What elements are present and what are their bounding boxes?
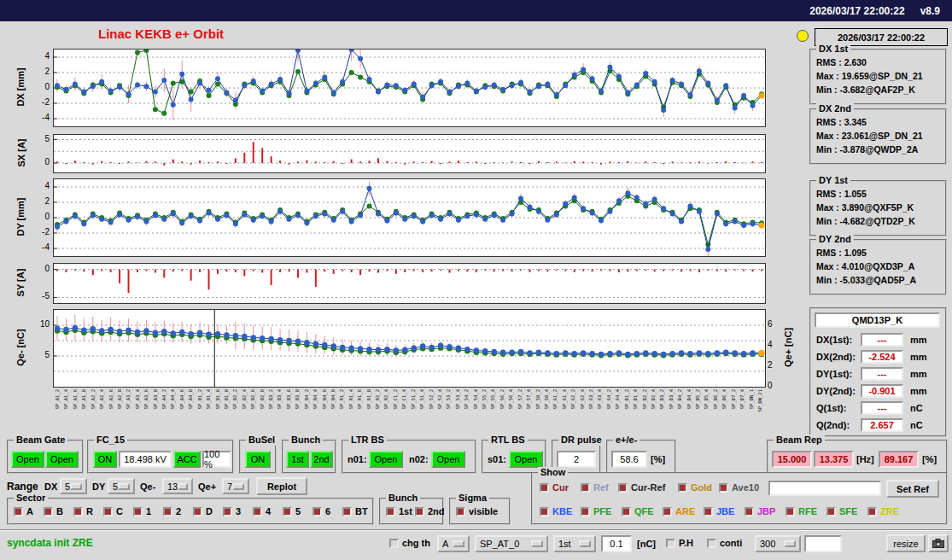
interval-dropdown[interactable]: 300	[755, 535, 801, 552]
bunch-select-group: Bunch 1st2nd	[379, 498, 444, 525]
stats-line: Min : -5.033@QAD5P_A	[816, 275, 916, 285]
show-checkbox-gold[interactable]: Gold	[678, 482, 712, 493]
sector-checkbox-c-indicator	[103, 507, 113, 516]
statusbar-entry[interactable]	[804, 535, 842, 552]
beam-gate-open2-button[interactable]: Open	[45, 451, 79, 468]
sector-checkbox-bt-indicator	[342, 507, 352, 516]
bunch-checkbox-2nd[interactable]: 2nd	[415, 506, 445, 516]
ltr-n02-open-button[interactable]: Open	[431, 451, 465, 468]
beam-gate-label: Beam Gate	[14, 435, 67, 446]
fc15-percent-value: 100 %	[202, 451, 231, 468]
threshold-field[interactable]: 0.1	[601, 535, 632, 552]
show-checkbox-ref[interactable]: Ref	[581, 482, 609, 493]
y-tick-label-right: 6	[768, 319, 773, 329]
conti-checkbox[interactable]: conti	[707, 538, 742, 548]
show-checkbox-cur-ref[interactable]: Cur-Ref	[618, 482, 665, 493]
y-tick-label: 0	[29, 212, 50, 221]
bunch-checkbox-2nd-indicator	[415, 507, 424, 516]
bpm-label: SP_DN_21	[757, 389, 762, 412]
bpm-detail-row-value: -2.524	[861, 350, 903, 364]
bpm-label: SP_B4_6	[322, 389, 327, 409]
beam-gate-open1-button[interactable]: Open	[11, 451, 44, 468]
chg-th-label: chg th	[402, 538, 430, 548]
option-a-dropdown[interactable]: A	[437, 535, 470, 552]
sector-checkbox-c[interactable]: C	[103, 506, 123, 516]
ph-checkbox[interactable]: P.H	[666, 538, 693, 548]
ltr-n01-open-button[interactable]: Open	[369, 451, 403, 468]
sp-at-dropdown[interactable]: SP_AT_0	[475, 535, 548, 552]
fc15-acc-button[interactable]: ACC	[173, 451, 201, 468]
ltr-n01-label: n01:	[348, 454, 367, 464]
bpm-label: SP_A2_6	[108, 389, 114, 409]
y-tick-label: 0	[29, 157, 50, 166]
show-checkbox-qfe[interactable]: QFE	[622, 506, 654, 516]
bpm-detail-row-label: DY(2nd):	[816, 386, 856, 396]
bpm-label: SP_R2_4	[383, 389, 388, 409]
rtl-s01-open-button[interactable]: Open	[509, 451, 543, 468]
bpm-label: SP_C1_2	[393, 389, 398, 409]
sector-checkbox-r[interactable]: R	[73, 506, 93, 516]
bpm-detail-name: QMD13P_K	[815, 312, 940, 328]
bunch-1st-button[interactable]: 1st	[286, 451, 309, 468]
axis-label-q-right: Qe+ [nC]	[780, 309, 797, 386]
beam-rep-label: Beam Rep	[774, 435, 825, 446]
busel-on-button[interactable]: ON	[245, 451, 271, 468]
sector-checkbox-4[interactable]: 4	[253, 506, 271, 516]
axis-label-dx: DX [mm]	[12, 49, 29, 125]
y-tick-label: -5	[29, 291, 50, 300]
replot-button[interactable]: Replot	[256, 477, 307, 495]
chg-th-checkbox[interactable]: chg th	[389, 538, 430, 548]
sector-checkbox-5-indicator	[283, 507, 292, 516]
fc15-on-button[interactable]: ON	[93, 451, 117, 468]
range-dx-dropdown[interactable]: 5	[60, 478, 87, 494]
resize-button[interactable]: resize	[886, 534, 926, 552]
sector-checkbox-3[interactable]: 3	[223, 506, 241, 516]
sector-checkbox-b[interactable]: B	[44, 506, 63, 516]
range-qem-dropdown[interactable]: 13	[162, 478, 193, 494]
set-ref-entry[interactable]	[768, 481, 881, 496]
stats-line: RMS : 2.630	[816, 57, 867, 67]
sector-checkbox-bt[interactable]: BT	[342, 506, 368, 516]
bpm-detail-row-label: Q(1st):	[816, 403, 846, 413]
y-tick-label: 5	[29, 350, 50, 359]
show-checkbox-rfe[interactable]: RFE	[786, 506, 817, 516]
sector-checkbox-6[interactable]: 6	[312, 506, 330, 516]
set-ref-button[interactable]: Set Ref	[886, 480, 939, 498]
bunch-1st-dropdown[interactable]: 1st	[553, 535, 596, 552]
sector-checkbox-2[interactable]: 2	[163, 506, 181, 516]
bpm-label: SP_58_4	[544, 389, 549, 409]
show-checkbox-jbp[interactable]: JBP	[745, 506, 775, 516]
show-checkbox-gold-label: Gold	[691, 482, 712, 493]
show-checkbox-sfe-indicator	[826, 507, 836, 516]
ph-label: P.H	[679, 538, 693, 548]
sector-checkbox-1[interactable]: 1	[133, 506, 151, 516]
sector-checkbox-d[interactable]: D	[193, 506, 213, 516]
stats-dx-1st: DX 1stRMS : 2.630Max : 19.659@SP_DN_21Mi…	[809, 49, 947, 105]
range-dy-dropdown[interactable]: 5	[108, 478, 135, 494]
sector-checkbox-a[interactable]: A	[14, 506, 33, 516]
show-checkbox-kbe[interactable]: KBE	[540, 506, 572, 516]
sector-checkbox-5[interactable]: 5	[283, 506, 301, 516]
bunch-2nd-button[interactable]: 2nd	[310, 451, 333, 468]
ltr-n02-label: n02:	[409, 454, 429, 464]
dr-pulse-value: 2	[557, 451, 596, 468]
range-qep-dropdown[interactable]: 7	[222, 478, 249, 494]
sigma-checkbox-visible[interactable]: visible	[456, 506, 498, 516]
show-checkbox-pfe[interactable]: PFE	[581, 506, 611, 516]
show-checkbox-sfe[interactable]: SFE	[826, 506, 857, 516]
show-checkbox-jbe[interactable]: JBE	[704, 506, 734, 516]
bpm-detail-row-value: ---	[861, 333, 903, 347]
screenshot-button[interactable]	[928, 534, 949, 552]
y-tick-label: 2	[29, 67, 50, 76]
show-checkbox-cur[interactable]: Cur	[540, 482, 569, 493]
show-checkbox-are[interactable]: ARE	[663, 506, 695, 516]
show-checkbox-zre[interactable]: ZRE	[867, 506, 899, 516]
stats-line: Max : 3.890@QXF5P_K	[816, 202, 914, 213]
y-tick-label: -2	[29, 97, 50, 107]
bunch-checkbox-1st[interactable]: 1st	[386, 506, 412, 516]
beam-rep-value2: 13.375	[814, 451, 854, 468]
show-checkbox-ave10[interactable]: Ave10	[719, 482, 759, 493]
bpm-label: SP_A3_8	[153, 389, 158, 409]
sector-checkbox-r-indicator	[73, 507, 83, 516]
show-checkbox-ave10-indicator	[719, 483, 728, 493]
